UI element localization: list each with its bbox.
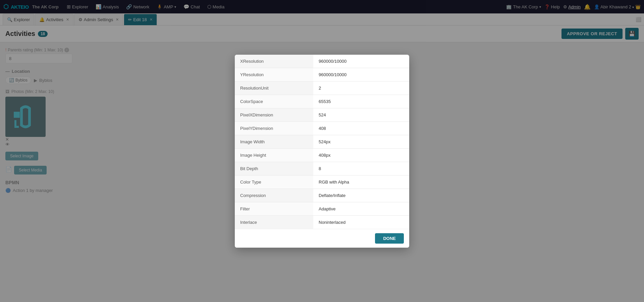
metadata-value: Deflate/Inflate <box>313 189 409 202</box>
table-row: Color Type RGB with Alpha <box>235 175 409 189</box>
table-row: Compression Deflate/Inflate <box>235 189 409 202</box>
table-row: XResolution 960000/10000 <box>235 55 409 68</box>
done-button[interactable]: DONE <box>375 233 404 244</box>
modal-body: XResolution 960000/10000 YResolution 960… <box>235 55 409 229</box>
metadata-key: YResolution <box>235 68 313 81</box>
metadata-value: 408 <box>313 121 409 135</box>
table-row: Image Height 408px <box>235 148 409 162</box>
table-row: YResolution 960000/10000 <box>235 68 409 81</box>
metadata-key: Interlace <box>235 215 313 229</box>
metadata-value: Adaptive <box>313 202 409 215</box>
table-row: PixelYDimension 408 <box>235 121 409 135</box>
metadata-value: Noninterlaced <box>313 215 409 229</box>
table-row: ResolutionUnit 2 <box>235 81 409 95</box>
metadata-key: Bit Depth <box>235 162 313 175</box>
metadata-value: 408px <box>313 148 409 162</box>
table-row: Bit Depth 8 <box>235 162 409 175</box>
metadata-value: 960000/10000 <box>313 68 409 81</box>
metadata-key: Compression <box>235 189 313 202</box>
metadata-key: Image Height <box>235 148 313 162</box>
metadata-key: ColorSpace <box>235 95 313 108</box>
metadata-key: Color Type <box>235 175 313 189</box>
metadata-key: XResolution <box>235 55 313 68</box>
metadata-key: Image Width <box>235 135 313 148</box>
metadata-key: ResolutionUnit <box>235 81 313 95</box>
metadata-value: 8 <box>313 162 409 175</box>
metadata-value: 2 <box>313 81 409 95</box>
table-row: Filter Adaptive <box>235 202 409 215</box>
modal-overlay[interactable]: XResolution 960000/10000 YResolution 960… <box>0 0 644 302</box>
metadata-value: 960000/10000 <box>313 55 409 68</box>
metadata-value: 65535 <box>313 95 409 108</box>
metadata-value: 524px <box>313 135 409 148</box>
table-row: Image Width 524px <box>235 135 409 148</box>
table-row: PixelXDimension 524 <box>235 108 409 121</box>
metadata-value: 524 <box>313 108 409 121</box>
metadata-key: PixelXDimension <box>235 108 313 121</box>
image-metadata-table: XResolution 960000/10000 YResolution 960… <box>235 55 409 229</box>
modal-footer: DONE <box>235 229 409 248</box>
metadata-key: PixelYDimension <box>235 121 313 135</box>
metadata-key: Filter <box>235 202 313 215</box>
image-info-modal: XResolution 960000/10000 YResolution 960… <box>235 55 409 248</box>
table-row: Interlace Noninterlaced <box>235 215 409 229</box>
metadata-value: RGB with Alpha <box>313 175 409 189</box>
table-row: ColorSpace 65535 <box>235 95 409 108</box>
